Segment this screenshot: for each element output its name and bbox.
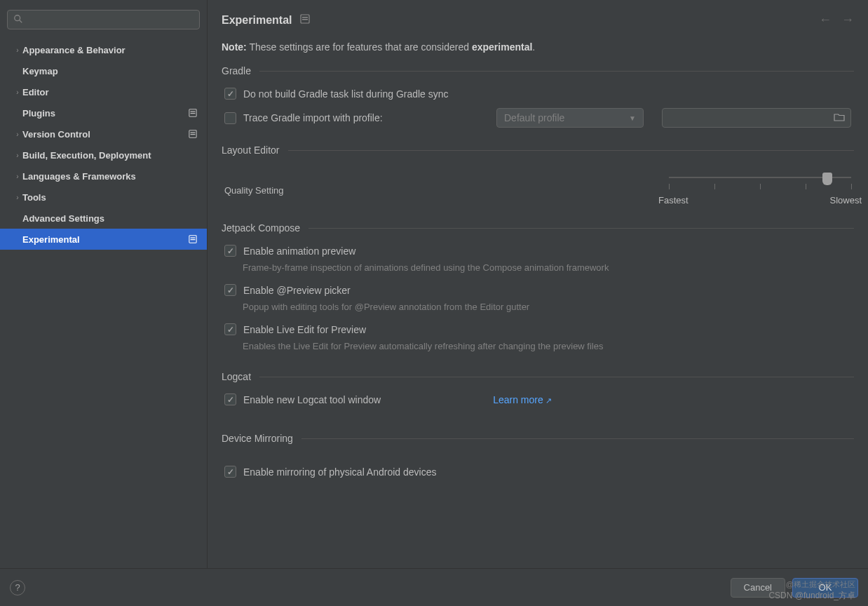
label-trace-import: Trace Gradle import with profile:	[243, 112, 383, 123]
section-gradle: Gradle	[222, 65, 854, 76]
sidebar-item-label: Editor	[22, 87, 49, 97]
checkbox-live-edit[interactable]	[224, 323, 236, 335]
sidebar-item-label: Appearance & Behavior	[22, 45, 126, 55]
section-layout-editor: Layout Editor	[222, 144, 854, 156]
desc-preview-picker: Popup with editing tools for @Preview an…	[222, 300, 854, 319]
section-logcat: Logcat	[222, 371, 854, 382]
search-icon	[13, 14, 23, 26]
label-animation-preview: Enable animation preview	[243, 245, 355, 257]
svg-rect-4	[191, 113, 196, 114]
chevron-right-icon: ›	[13, 88, 22, 96]
sidebar-item-label: Plugins	[22, 108, 55, 119]
sidebar-item-version-control[interactable]: ›Version Control	[0, 123, 207, 144]
nav-forward-icon[interactable]: →	[841, 13, 854, 27]
sidebar-item-label: Build, Execution, Deployment	[22, 150, 151, 161]
svg-rect-3	[191, 111, 196, 112]
section-jetpack-compose: Jetpack Compose	[222, 222, 854, 234]
content-panel: Experimental ← → Note: These settings ar…	[208, 0, 868, 568]
chevron-right-icon: ›	[13, 173, 22, 180]
svg-rect-6	[191, 132, 196, 133]
svg-rect-13	[302, 19, 308, 20]
checkbox-preview-picker[interactable]	[224, 284, 236, 296]
chevron-down-icon: ▼	[629, 114, 636, 122]
sidebar-item-label: Keymap	[22, 66, 58, 76]
slider-min-label: Fastest	[658, 195, 689, 206]
desc-animation-preview: Frame-by-frame inspection of animations …	[222, 261, 854, 280]
note-text: Note: These settings are for features th…	[222, 41, 854, 53]
project-scope-icon	[300, 14, 310, 26]
checkbox-trace-import[interactable]	[224, 112, 236, 124]
sidebar-item-languages-frameworks[interactable]: ›Languages & Frameworks	[0, 166, 207, 187]
page-title: Experimental	[222, 14, 292, 27]
section-device-mirroring: Device Mirroring	[222, 433, 854, 444]
external-link-icon: ↗	[545, 396, 552, 405]
svg-rect-10	[191, 239, 196, 240]
cancel-button[interactable]: Cancel	[731, 578, 785, 598]
profile-path-input[interactable]	[662, 108, 851, 128]
profile-select[interactable]: Default profile ▼	[496, 108, 644, 128]
search-input[interactable]	[27, 15, 194, 25]
slider-thumb[interactable]	[822, 173, 832, 185]
quality-slider[interactable]: Fastest Slowest	[669, 175, 851, 206]
chevron-right-icon: ›	[13, 46, 22, 54]
sidebar-item-label: Advanced Settings	[22, 213, 104, 224]
project-scope-icon	[189, 130, 197, 138]
label-new-logcat: Enable new Logcat tool window	[243, 394, 381, 405]
ok-button[interactable]: OK	[792, 578, 858, 598]
svg-line-1	[20, 20, 22, 22]
sidebar-item-label: Version Control	[22, 129, 90, 140]
sidebar: ›Appearance & BehaviorKeymap›EditorPlugi…	[0, 0, 208, 568]
svg-rect-9	[191, 237, 196, 238]
project-scope-icon	[189, 235, 197, 243]
help-button[interactable]: ?	[10, 580, 25, 595]
svg-rect-7	[191, 134, 196, 135]
folder-icon[interactable]	[834, 112, 845, 124]
sidebar-item-tools[interactable]: ›Tools	[0, 187, 207, 208]
sidebar-item-plugins[interactable]: Plugins	[0, 102, 207, 123]
slider-max-label: Slowest	[829, 195, 862, 206]
profile-select-label: Default profile	[504, 112, 564, 123]
chevron-right-icon: ›	[13, 152, 22, 159]
nav-back-icon[interactable]: ←	[819, 13, 832, 27]
learn-more-link[interactable]: Learn more↗	[493, 394, 552, 405]
label-quality: Quality Setting	[224, 185, 284, 196]
label-device-mirroring: Enable mirroring of physical Android dev…	[243, 466, 436, 478]
checkbox-gradle-task-list[interactable]	[224, 88, 236, 100]
chevron-right-icon: ›	[13, 130, 22, 138]
svg-point-0	[15, 15, 20, 20]
checkbox-new-logcat[interactable]	[224, 393, 236, 405]
footer: ? Cancel OK @稀土掘金技术社区 CSDN @fundroid_方卓	[0, 568, 868, 606]
chevron-right-icon: ›	[13, 194, 22, 201]
sidebar-item-keymap[interactable]: Keymap	[0, 60, 207, 81]
search-box[interactable]	[7, 10, 200, 29]
sidebar-item-advanced-settings[interactable]: Advanced Settings	[0, 208, 207, 229]
sidebar-item-label: Tools	[22, 192, 46, 203]
sidebar-item-label: Languages & Frameworks	[22, 171, 136, 182]
sidebar-item-build-execution-deployment[interactable]: ›Build, Execution, Deployment	[0, 144, 207, 166]
label-live-edit: Enable Live Edit for Preview	[243, 324, 366, 335]
desc-live-edit: Enables the Live Edit for Preview automa…	[222, 339, 854, 358]
sidebar-item-label: Experimental	[22, 234, 80, 245]
settings-tree: ›Appearance & BehaviorKeymap›EditorPlugi…	[0, 36, 207, 568]
checkbox-device-mirroring[interactable]	[224, 466, 236, 478]
label-preview-picker: Enable @Preview picker	[243, 285, 351, 296]
project-scope-icon	[189, 109, 197, 117]
content-header: Experimental ← →	[208, 0, 868, 36]
svg-rect-12	[302, 17, 308, 18]
sidebar-item-editor[interactable]: ›Editor	[0, 81, 207, 102]
sidebar-item-experimental[interactable]: Experimental	[0, 229, 207, 250]
label-gradle-task-list: Do not build Gradle task list during Gra…	[243, 88, 449, 100]
checkbox-animation-preview[interactable]	[224, 245, 236, 257]
sidebar-item-appearance-behavior[interactable]: ›Appearance & Behavior	[0, 39, 207, 60]
